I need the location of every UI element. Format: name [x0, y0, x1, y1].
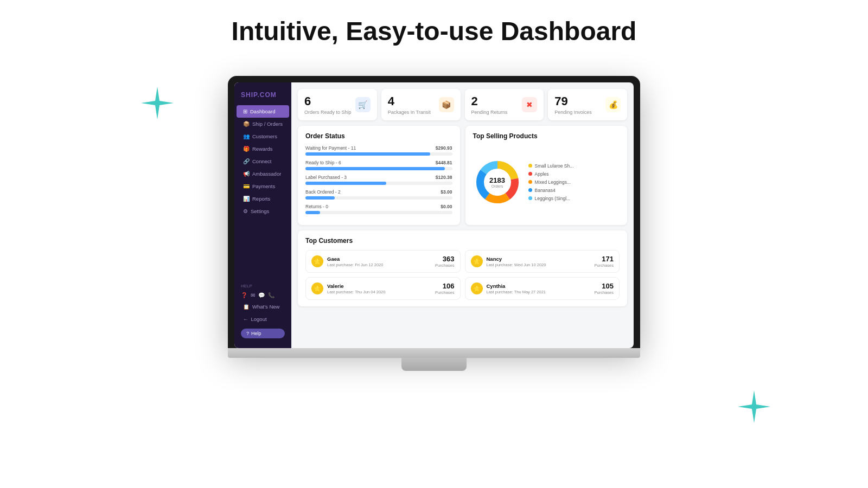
logo: SHIP.COM	[234, 89, 291, 105]
legend-dot-1	[528, 172, 532, 176]
stat-icon-invoices: 💰	[605, 97, 621, 112]
stat-icon-transit: 📦	[439, 97, 454, 112]
sidebar-label-logout: Logout	[251, 316, 267, 322]
customer-right-2: 106 Purchases	[435, 282, 454, 295]
sidebar-item-logout[interactable]: ← Logout	[237, 313, 289, 325]
customer-name-2: Valerie	[327, 283, 385, 289]
sidebar-label-whats-new: What's New	[252, 304, 279, 310]
sidebar-item-ship-orders[interactable]: 📦 Ship / Orders	[237, 118, 289, 130]
customers-icon: 👥	[243, 133, 250, 139]
sidebar-item-dashboard[interactable]: ⊞ Dashboard	[237, 105, 289, 118]
order-row-3: Back Ordered - 2 $3.00	[305, 189, 452, 200]
customer-info-1: Nancy Last purchase: Wed Jun 10 2020	[487, 256, 546, 267]
customer-avatar-2: ⭐	[311, 282, 323, 294]
stat-card-invoices: 79 Pending Invoices 💰	[548, 89, 627, 120]
order-row-0: Waiting for Payment - 11 $290.93	[305, 145, 452, 156]
chat-icon[interactable]: 💬	[258, 292, 265, 298]
order-value-1: $448.81	[436, 160, 452, 165]
legend-item-1: Apples	[528, 171, 574, 177]
laptop-base	[228, 348, 640, 358]
legend-label-2: Mixed Leggings...	[535, 179, 571, 185]
customer-info-2: Valerie Last purchase: Thu Jun 04 2020	[327, 283, 385, 294]
customer-purchase-label-1: Purchases	[595, 263, 614, 268]
order-value-3: $3.00	[441, 189, 452, 195]
customers-title: Top Customers	[305, 237, 620, 245]
settings-icon: ⚙	[243, 208, 248, 214]
laptop-screen: SHIP.COM ⊞ Dashboard 📦 Ship / Orders 👥 C…	[234, 82, 634, 348]
customer-card-0: ⭐ Gaea Last purchase: Fri Jun 12 2020 36…	[305, 250, 461, 273]
donut-center: 2183 Orders	[489, 176, 505, 188]
sidebar-item-reports[interactable]: 📊 Reports	[237, 192, 289, 205]
stat-number-returns: 2	[471, 94, 508, 108]
legend-dot-4	[528, 196, 532, 200]
laptop-stand	[401, 358, 467, 371]
stat-label-invoices: Pending Invoices	[554, 110, 592, 115]
page-heading: Intuitive, Easy-to-use Dashboard	[0, 0, 868, 57]
stat-left-orders: 6 Orders Ready to Ship	[304, 94, 352, 115]
customer-purchase-label-2: Purchases	[435, 290, 454, 295]
sidebar-label-connect: Connect	[252, 158, 271, 164]
customer-right-1: 171 Purchases	[595, 255, 614, 268]
customer-left-3: ⭐ Cynthia Last purchase: Thu May 27 2021	[471, 282, 546, 294]
order-label-0: Waiting for Payment - 11	[305, 145, 356, 151]
stat-number-orders: 6	[304, 94, 352, 108]
donut-label: Orders	[489, 184, 505, 188]
sidebar-item-whats-new[interactable]: 📋 What's New	[237, 300, 289, 313]
sidebar-item-ambassador[interactable]: 📢 Ambassador	[237, 168, 289, 180]
sidebar-item-settings[interactable]: ⚙ Settings	[237, 205, 289, 217]
sidebar-label-settings: Settings	[251, 208, 269, 214]
legend-item-2: Mixed Leggings...	[528, 179, 574, 185]
help-button[interactable]: ? Help	[241, 329, 285, 338]
help-icons: ❓ ✉ 💬 📞	[234, 290, 291, 300]
legend-dot-2	[528, 180, 532, 184]
stat-icon-orders: 🛒	[355, 97, 371, 112]
customer-name-1: Nancy	[487, 256, 546, 262]
sidebar-item-rewards[interactable]: 🎁 Rewards	[237, 143, 289, 155]
customer-purchase-label-0: Purchases	[435, 263, 454, 268]
sidebar-label-dashboard: Dashboard	[250, 108, 275, 114]
phone-icon[interactable]: 📞	[268, 292, 275, 298]
reports-icon: 📊	[243, 196, 250, 202]
stat-cards: 6 Orders Ready to Ship 🛒 4 Packages In T…	[298, 89, 627, 120]
sidebar-item-payments[interactable]: 💳 Payments	[237, 180, 289, 192]
customer-card-3: ⭐ Cynthia Last purchase: Thu May 27 2021…	[465, 277, 620, 300]
sidebar-label-ship: Ship / Orders	[252, 121, 283, 127]
customer-info-3: Cynthia Last purchase: Thu May 27 2021	[487, 283, 546, 294]
customer-left-2: ⭐ Valerie Last purchase: Thu Jun 04 2020	[311, 282, 385, 294]
products-title: Top Selling Products	[473, 132, 620, 140]
sidebar-item-connect[interactable]: 🔗 Connect	[237, 155, 289, 168]
legend-dot-3	[528, 188, 532, 192]
customer-count-1: 171	[595, 255, 614, 263]
sidebar-label-payments: Payments	[252, 183, 275, 189]
order-row-2: Label Purchased - 3 $120.38	[305, 175, 452, 185]
customer-date-2: Last purchase: Thu Jun 04 2020	[327, 290, 385, 294]
order-value-2: $120.38	[436, 175, 452, 180]
whats-new-icon: 📋	[243, 304, 250, 310]
ambassador-icon: 📢	[243, 171, 250, 177]
legend-label-3: Bananas4	[535, 188, 556, 193]
stat-label-orders: Orders Ready to Ship	[304, 110, 352, 115]
order-value-4: $0.00	[441, 204, 452, 209]
email-icon[interactable]: ✉	[251, 292, 255, 298]
connect-icon: 🔗	[243, 158, 250, 164]
question-icon[interactable]: ❓	[241, 292, 247, 298]
stat-icon-returns: ✖	[522, 97, 537, 112]
stat-left-invoices: 79 Pending Invoices	[554, 94, 592, 115]
order-value-0: $290.93	[436, 145, 452, 151]
logout-icon: ←	[243, 316, 248, 322]
sidebar-label-customers: Customers	[252, 133, 277, 139]
sidebar-label-reports: Reports	[252, 196, 270, 202]
customer-count-0: 363	[435, 255, 454, 263]
stat-left-returns: 2 Pending Returns	[471, 94, 508, 115]
customer-left-0: ⭐ Gaea Last purchase: Fri Jun 12 2020	[311, 255, 383, 267]
ship-icon: 📦	[243, 121, 250, 127]
rewards-icon: 🎁	[243, 146, 250, 152]
stat-label-returns: Pending Returns	[471, 110, 508, 115]
customers-section: Top Customers ⭐ Gaea Last purchase: Fri …	[298, 230, 627, 306]
sidebar-item-customers[interactable]: 👥 Customers	[237, 130, 289, 143]
customer-avatar-1: ⭐	[471, 255, 483, 267]
laptop-bezel: SHIP.COM ⊞ Dashboard 📦 Ship / Orders 👥 C…	[228, 76, 640, 348]
customer-avatar-3: ⭐	[471, 282, 483, 294]
stat-label-transit: Packages In Transit	[388, 110, 431, 115]
dashboard-icon: ⊞	[243, 108, 247, 114]
